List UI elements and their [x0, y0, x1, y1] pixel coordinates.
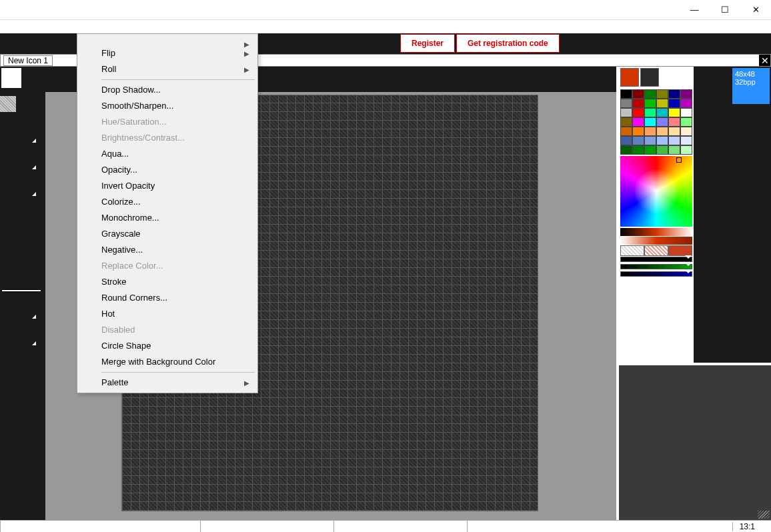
tab-close-button[interactable]: ✕	[759, 55, 770, 66]
menu-item[interactable]: Round Corners...	[79, 290, 256, 306]
icon-preview[interactable]	[695, 68, 731, 104]
zoom-level: 13:1	[732, 522, 771, 531]
color-swatch[interactable]	[668, 117, 680, 127]
color-swatch[interactable]	[620, 108, 632, 117]
line-weight-indicator[interactable]	[1, 289, 41, 292]
minimize-button[interactable]: —	[679, 0, 710, 20]
color-swatch[interactable]	[620, 145, 632, 155]
tool-slot[interactable]	[0, 251, 37, 277]
menubar-area	[0, 20, 771, 33]
menu-item: Hue/Saturation...	[79, 114, 256, 130]
tool-slot[interactable]	[0, 224, 37, 251]
menu-item[interactable]: Opacity...	[79, 162, 256, 178]
menu-item[interactable]: Invert Opacity	[79, 178, 256, 194]
menu-item[interactable]: Grayscale	[79, 226, 256, 242]
status-segment	[0, 521, 200, 532]
red-slider[interactable]	[620, 257, 692, 262]
status-segment	[333, 521, 467, 532]
color-swatch[interactable]	[620, 99, 632, 108]
document-tab[interactable]: New Icon 1	[3, 55, 53, 66]
foreground-color-swatch[interactable]	[620, 68, 639, 87]
tool-slot[interactable]	[0, 320, 37, 347]
color-swatch[interactable]	[632, 145, 644, 155]
resize-grip-icon[interactable]	[758, 511, 770, 519]
tool-slot[interactable]	[0, 197, 37, 224]
color-swatch[interactable]	[680, 117, 692, 127]
color-swatch[interactable]	[668, 127, 680, 136]
tint-gradient-bar[interactable]	[620, 237, 692, 245]
menu-item[interactable]: Circle Shape	[79, 338, 256, 354]
color-swatch[interactable]	[680, 136, 692, 145]
menu-item[interactable]: Drop Shadow...	[79, 82, 256, 98]
color-swatch[interactable]	[620, 127, 632, 136]
submenu-arrow-icon: ▶	[244, 65, 249, 75]
color-swatch[interactable]	[632, 89, 644, 99]
color-swatch[interactable]	[656, 145, 668, 155]
icon-formats-panel: 48x48 32bpp	[694, 67, 771, 363]
color-swatch[interactable]	[680, 145, 692, 155]
color-swatch[interactable]	[680, 127, 692, 136]
menu-item[interactable]: Colorize...	[79, 194, 256, 210]
color-swatch[interactable]	[632, 136, 644, 145]
tool-slot[interactable]	[0, 67, 37, 91]
color-swatch[interactable]	[644, 145, 656, 155]
color-swatch[interactable]	[620, 89, 632, 99]
tool-slot[interactable]	[0, 347, 37, 373]
color-swatch[interactable]	[668, 99, 680, 108]
tool-slot[interactable]	[0, 91, 37, 117]
color-swatch[interactable]	[680, 89, 692, 99]
tool-slot[interactable]	[0, 171, 37, 197]
color-swatch[interactable]	[656, 89, 668, 99]
color-swatch[interactable]	[620, 117, 632, 127]
color-swatch[interactable]	[644, 127, 656, 136]
color-swatch[interactable]	[620, 136, 632, 145]
color-swatch[interactable]	[632, 117, 644, 127]
icon-format-info[interactable]: 48x48 32bpp	[732, 68, 770, 104]
color-swatch[interactable]	[632, 99, 644, 108]
menu-item[interactable]: Smooth/Sharpen...	[79, 98, 256, 114]
tool-slot[interactable]	[0, 117, 37, 144]
color-swatch[interactable]	[632, 127, 644, 136]
color-swatch[interactable]	[656, 127, 668, 136]
color-swatch[interactable]	[668, 145, 680, 155]
color-swatch[interactable]	[656, 108, 668, 117]
color-swatch[interactable]	[668, 108, 680, 117]
menu-item[interactable]: Monochrome...	[79, 210, 256, 226]
blue-slider[interactable]	[620, 271, 692, 277]
menu-item[interactable]: Palette▶	[79, 375, 256, 391]
color-swatch[interactable]	[656, 117, 668, 127]
background-color-swatch[interactable]	[640, 68, 659, 87]
tool-slot[interactable]	[0, 144, 37, 171]
menu-item[interactable]: Negative...	[79, 242, 256, 258]
green-slider[interactable]	[620, 264, 692, 269]
color-swatch[interactable]	[644, 108, 656, 117]
color-swatch[interactable]	[632, 108, 644, 117]
color-swatch[interactable]	[644, 99, 656, 108]
menu-item[interactable]: ▶	[79, 36, 256, 45]
color-picker[interactable]	[620, 156, 692, 227]
menu-item[interactable]: Roll▶	[79, 61, 256, 77]
get-registration-code-button[interactable]: Get registration code	[456, 34, 560, 53]
value-gradient-bar[interactable]	[620, 228, 692, 236]
layers-panel	[619, 363, 771, 520]
color-swatch[interactable]	[668, 89, 680, 99]
register-button[interactable]: Register	[400, 34, 455, 53]
tool-slot[interactable]	[0, 293, 37, 320]
color-swatch[interactable]	[668, 136, 680, 145]
menu-item[interactable]: Stroke	[79, 274, 256, 290]
color-swatch[interactable]	[656, 136, 668, 145]
close-button[interactable]: ✕	[740, 0, 771, 20]
color-swatch[interactable]	[680, 108, 692, 117]
color-swatch[interactable]	[644, 136, 656, 145]
pattern-swatches[interactable]	[620, 245, 692, 256]
maximize-button[interactable]: ☐	[710, 0, 740, 20]
color-swatch[interactable]	[656, 99, 668, 108]
color-swatch[interactable]	[644, 89, 656, 99]
menu-item[interactable]: Flip▶	[79, 45, 256, 61]
menu-item[interactable]: Aqua...	[79, 146, 256, 162]
color-swatch[interactable]	[644, 117, 656, 127]
menu-item[interactable]: Merge with Background Color	[79, 354, 256, 370]
menu-item[interactable]: Hot	[79, 306, 256, 322]
submenu-arrow-icon: ▶	[244, 49, 249, 59]
color-swatch[interactable]	[680, 99, 692, 108]
